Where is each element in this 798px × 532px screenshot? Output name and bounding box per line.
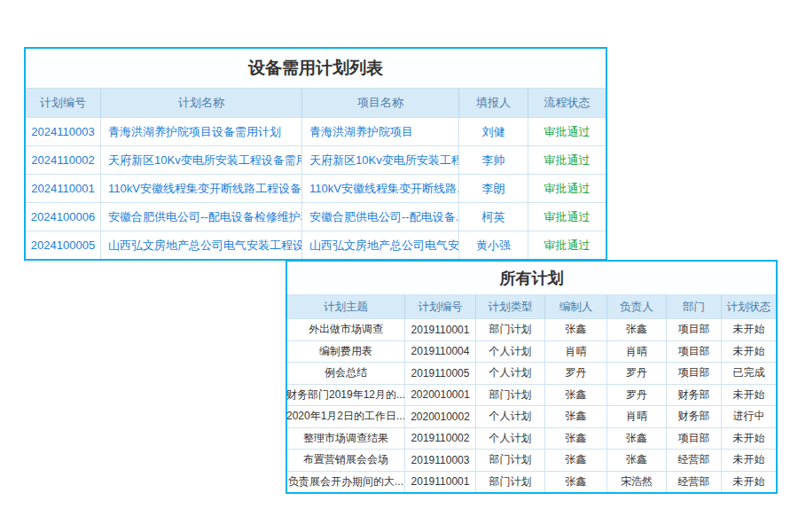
plan-no-link[interactable]: 2024100006 xyxy=(26,203,101,231)
plan-no-cell: 2019110003 xyxy=(405,450,476,471)
owner-cell: 罗丹 xyxy=(607,363,667,384)
plan-no-cell: 2020010002 xyxy=(405,406,476,427)
table-row: 2024110001110kV安徽线程集变开断线路工程设备需...110kV安徽… xyxy=(26,174,606,202)
creator-cell: 肖晴 xyxy=(545,341,607,363)
creator-cell: 张鑫 xyxy=(545,450,607,471)
table-row: 2020年1月2日的工作日...2020010002个人计划张鑫肖晴财务部进行中 xyxy=(287,405,776,427)
plan-type-cell: 部门计划 xyxy=(476,319,545,340)
plan-no-cell: 2019110001 xyxy=(405,472,476,493)
creator-cell: 张鑫 xyxy=(545,319,607,340)
equipment-plan-table: 设备需用计划列表 计划编号计划名称项目名称填报人流程状态 2024110003青… xyxy=(24,47,607,261)
col-header-plan-name: 计划名称 xyxy=(101,89,302,117)
col-header-flow-status: 流程状态 xyxy=(528,89,606,117)
plan-no-link[interactable]: 2024100005 xyxy=(26,231,101,259)
plan-type-cell: 个人计划 xyxy=(476,406,545,427)
department-cell: 经营部 xyxy=(667,472,722,493)
department-cell: 项目部 xyxy=(667,341,722,363)
owner-cell: 罗丹 xyxy=(607,385,667,406)
col-header-plan-status: 计划状态 xyxy=(722,295,776,318)
col-header-plan-type: 计划类型 xyxy=(476,295,545,318)
owner-cell: 张鑫 xyxy=(607,428,667,450)
col-header-project-name: 项目名称 xyxy=(302,89,459,117)
table-row: 外出做市场调查2019110001部门计划张鑫张鑫项目部未开始 xyxy=(287,318,776,340)
plan-status-cell: 未开始 xyxy=(722,450,776,471)
project-name-link[interactable]: 山西弘文房地产总公司电气安... xyxy=(302,231,459,259)
plan-name-link[interactable]: 青海洪湖养护院项目设备需用计划 xyxy=(101,118,302,145)
creator-cell: 张鑫 xyxy=(545,428,607,450)
project-name-link[interactable]: 天府新区10Kv变电所安装工程 xyxy=(302,146,459,174)
all-plans-table-body: 外出做市场调查2019110001部门计划张鑫张鑫项目部未开始编制费用表2019… xyxy=(287,318,776,492)
all-plans-table: 所有计划 计划主题计划编号计划类型编制人负责人部门计划状态 外出做市场调查201… xyxy=(286,260,778,494)
project-name-link[interactable]: 安徽合肥供电公司--配电设备... xyxy=(302,203,459,231)
flow-status-link[interactable]: 审批通过 xyxy=(528,203,606,231)
plan-topic-cell: 整理市场调查结果 xyxy=(287,428,405,450)
plan-name-link[interactable]: 110kV安徽线程集变开断线路工程设备需... xyxy=(101,175,302,202)
table-row: 负责展会开办期间的大...2019110001部门计划张鑫宋浩然经营部未开始 xyxy=(287,471,776,493)
department-cell: 项目部 xyxy=(667,363,722,384)
col-header-department: 部门 xyxy=(667,295,722,318)
department-cell: 财务部 xyxy=(667,406,722,427)
flow-status-link[interactable]: 审批通过 xyxy=(528,146,606,174)
department-cell: 项目部 xyxy=(667,428,722,450)
table-row: 2024110002天府新区10Kv变电所安装工程设备需用...天府新区10Kv… xyxy=(26,145,606,174)
plan-topic-cell: 编制费用表 xyxy=(287,341,405,363)
plan-topic-cell: 布置营销展会会场 xyxy=(287,450,405,471)
flow-status-link[interactable]: 审批通过 xyxy=(528,175,606,202)
col-header-creator: 编制人 xyxy=(545,295,607,318)
table-row: 编制费用表2019110004个人计划肖晴肖晴项目部未开始 xyxy=(287,340,776,363)
flow-status-link[interactable]: 审批通过 xyxy=(528,231,606,259)
plan-status-cell: 未开始 xyxy=(722,319,776,340)
plan-name-link[interactable]: 山西弘文房地产总公司电气安装工程设备... xyxy=(101,231,302,259)
reporter-link[interactable]: 刘健 xyxy=(459,118,528,145)
all-plans-table-header-row: 计划主题计划编号计划类型编制人负责人部门计划状态 xyxy=(287,294,776,318)
plan-topic-cell: 财务部门2019年12月的... xyxy=(287,385,405,406)
reporter-link[interactable]: 柯英 xyxy=(459,203,528,231)
plan-name-link[interactable]: 天府新区10Kv变电所安装工程设备需用... xyxy=(101,146,302,174)
department-cell: 财务部 xyxy=(667,385,722,406)
table-row: 2024100006安徽合肥供电公司--配电设备检修维护和...安徽合肥供电公司… xyxy=(26,202,606,231)
owner-cell: 肖晴 xyxy=(607,341,667,363)
plan-no-cell: 2019110004 xyxy=(405,341,476,363)
plan-status-cell: 未开始 xyxy=(722,472,776,493)
plan-no-link[interactable]: 2024110002 xyxy=(26,146,101,174)
col-header-owner: 负责人 xyxy=(607,295,667,318)
department-cell: 经营部 xyxy=(667,450,722,471)
project-name-link[interactable]: 110kV安徽线程集变开断线路... xyxy=(302,175,459,202)
plan-topic-cell: 2020年1月2日的工作日... xyxy=(287,406,405,427)
plan-no-link[interactable]: 2024110001 xyxy=(26,175,101,202)
plan-no-cell: 2020010001 xyxy=(405,385,476,406)
creator-cell: 罗丹 xyxy=(545,363,607,384)
project-name-link[interactable]: 青海洪湖养护院项目 xyxy=(302,118,459,145)
owner-cell: 张鑫 xyxy=(607,450,667,471)
plan-status-cell: 已完成 xyxy=(722,363,776,384)
plan-topic-cell: 外出做市场调查 xyxy=(287,319,405,340)
plan-type-cell: 个人计划 xyxy=(476,341,545,363)
plan-no-cell: 2019110001 xyxy=(405,319,476,340)
owner-cell: 肖晴 xyxy=(607,406,667,427)
plan-name-link[interactable]: 安徽合肥供电公司--配电设备检修维护和... xyxy=(101,203,302,231)
plan-status-cell: 未开始 xyxy=(722,385,776,406)
reporter-link[interactable]: 黄小强 xyxy=(459,231,528,259)
reporter-link[interactable]: 李帅 xyxy=(459,146,528,174)
plan-type-cell: 个人计划 xyxy=(476,428,545,450)
reporter-link[interactable]: 李朗 xyxy=(459,175,528,202)
flow-status-link[interactable]: 审批通过 xyxy=(528,118,606,145)
equipment-table-title: 设备需用计划列表 xyxy=(26,49,606,88)
table-row: 整理市场调查结果2019110002个人计划张鑫张鑫项目部未开始 xyxy=(287,427,776,450)
table-row: 财务部门2019年12月的...2020010001部门计划张鑫罗丹财务部未开始 xyxy=(287,384,776,406)
col-header-plan-no: 计划编号 xyxy=(26,89,101,117)
table-row: 例会总结2019110005个人计划罗丹罗丹项目部已完成 xyxy=(287,362,776,384)
equipment-table-body: 2024110003青海洪湖养护院项目设备需用计划青海洪湖养护院项目刘健审批通过… xyxy=(26,117,606,259)
creator-cell: 张鑫 xyxy=(545,472,607,493)
plan-no-cell: 2019110005 xyxy=(405,363,476,384)
plan-topic-cell: 例会总结 xyxy=(287,363,405,384)
all-plans-table-title: 所有计划 xyxy=(287,262,776,294)
creator-cell: 张鑫 xyxy=(545,406,607,427)
col-header-plan-no: 计划编号 xyxy=(405,295,476,318)
table-row: 2024100005山西弘文房地产总公司电气安装工程设备...山西弘文房地产总公… xyxy=(26,231,606,259)
plan-no-link[interactable]: 2024110003 xyxy=(26,118,101,145)
owner-cell: 张鑫 xyxy=(607,319,667,340)
plan-status-cell: 未开始 xyxy=(722,428,776,450)
table-row: 布置营销展会会场2019110003部门计划张鑫张鑫经营部未开始 xyxy=(287,449,776,471)
plan-type-cell: 部门计划 xyxy=(476,450,545,471)
